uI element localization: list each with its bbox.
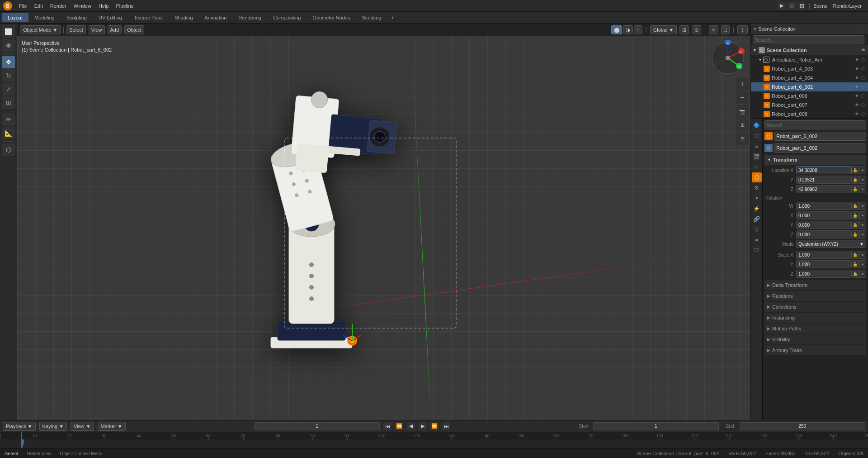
menu-window[interactable]: Window (70, 2, 95, 10)
navigation-gizmo[interactable]: X Y Z (710, 40, 746, 76)
tab-sculpting[interactable]: Sculpting (61, 13, 93, 22)
loc-x-anim[interactable]: ● (859, 166, 866, 174)
menu-render[interactable]: Render (47, 2, 70, 10)
rot-x-lock[interactable]: 🔒 (852, 211, 859, 219)
arm-render-vis-btn[interactable]: ⬡ (860, 57, 866, 63)
outliner-item-3[interactable]: ▽ Robot_part_006 👁⬡ (751, 91, 868, 100)
play-btn[interactable]: ▶ (419, 422, 427, 430)
relations-header[interactable]: ▶ Relations (764, 291, 866, 301)
scale-y-lock[interactable]: 🔒 (852, 260, 859, 268)
render-img-btn[interactable]: 🖼 (797, 2, 806, 10)
obj-name-input[interactable] (774, 132, 866, 141)
obj-vis-2[interactable]: 👁 (854, 84, 860, 90)
motion-paths-header[interactable]: ▶ Motion Paths (764, 324, 866, 334)
snap-btn[interactable]: ⊞ (679, 25, 689, 34)
loc-y-value[interactable]: 0.23521 (796, 176, 852, 184)
outliner-filter-btn[interactable]: ⋮ (860, 26, 865, 32)
shading-solid-btn[interactable]: ⬤ (611, 25, 622, 34)
rotate-tool-btn[interactable]: ↻ (2, 69, 15, 82)
loc-z-anim[interactable]: ● (859, 185, 866, 193)
step-back-btn[interactable]: ⏪ (395, 422, 403, 430)
loc-z-lock[interactable]: 🔒 (852, 185, 859, 193)
view-dropdown[interactable]: View ▼ (71, 422, 94, 431)
obj-vis-4[interactable]: 👁 (854, 102, 860, 108)
tab-layout[interactable]: Layout (2, 13, 28, 22)
armory-traits-header[interactable]: ▶ Armory Traits (764, 345, 866, 355)
tab-modeling[interactable]: Modeling (28, 13, 61, 22)
zoom-out-btn[interactable]: − (736, 91, 749, 104)
obj-sel-3[interactable]: ⬡ (860, 93, 866, 99)
object-menu[interactable]: Object (124, 25, 144, 34)
zoom-in-btn[interactable]: + (736, 78, 749, 91)
tab-rendering[interactable]: Rendering (232, 13, 267, 22)
menu-edit[interactable]: Edit (31, 2, 47, 10)
scale-z-anim[interactable]: ● (859, 270, 866, 278)
menu-help[interactable]: Help (95, 2, 113, 10)
obj-vis-0[interactable]: 👁 (854, 66, 860, 72)
rot-mode-dropdown[interactable]: Quaternion (WXYZ) ▼ (796, 240, 866, 248)
xray-btn[interactable]: □ (721, 25, 730, 34)
play-fwd-btn[interactable]: ⏩ (430, 422, 439, 430)
rot-z-value[interactable]: 0.000 (796, 230, 852, 239)
scene-collection-header[interactable]: ▼ ⬡ Scene Collection 👁 (751, 45, 868, 55)
tab-uv-editing[interactable]: UV Editing (93, 13, 128, 22)
obj-vis-5[interactable]: 👁 (854, 111, 860, 117)
rot-y-lock[interactable]: 🔒 (852, 221, 859, 229)
rot-y-anim[interactable]: ● (859, 221, 866, 229)
proportional-edit-btn[interactable]: ⊙ (692, 25, 701, 34)
mesh-name-input[interactable] (774, 143, 866, 153)
rot-x-value[interactable]: 0.000 (796, 211, 852, 219)
scale-z-lock[interactable]: 🔒 (852, 270, 859, 278)
outliner-item-4[interactable]: ▽ Robot_part_007 👁⬡ (751, 100, 868, 110)
outliner-search-input[interactable] (753, 35, 864, 44)
prop-output-btn[interactable]: ⬡ (752, 131, 762, 141)
delta-transform-header[interactable]: ▶ Delta Transform (764, 280, 866, 290)
play-back-btn[interactable]: ◀ (407, 422, 415, 430)
viewport-settings-btn[interactable]: ⋮ (737, 25, 748, 34)
rot-y-value[interactable]: 0.000 (796, 221, 852, 229)
instancing-header[interactable]: ▶ Instancing (764, 313, 866, 323)
timeline-ruler-area[interactable]: 0102030405060708090100110120130140150160… (0, 432, 868, 448)
select-tool-btn[interactable]: ⬜ (2, 25, 15, 38)
prop-data-btn[interactable]: ▽ (752, 224, 762, 234)
quad-view-btn[interactable]: ⊟ (736, 132, 749, 145)
scene-coll-vis-btn[interactable]: 👁 (860, 47, 866, 53)
prop-material-btn[interactable]: ● (752, 235, 762, 245)
local-view-btn[interactable]: ⊞ (736, 119, 749, 131)
add-menu[interactable]: Add (108, 25, 122, 34)
tab-geo-nodes[interactable]: Geometry Nodes (307, 13, 356, 22)
shading-material-btn[interactable]: ◑ (623, 25, 633, 34)
object-mode-dropdown[interactable]: Object Mode ▼ (20, 25, 61, 34)
obj-sel-0[interactable]: ⬡ (860, 66, 866, 72)
scale-tool-btn[interactable]: ⤢ (2, 83, 15, 95)
tab-scripting[interactable]: Scripting (356, 13, 387, 22)
prop-constraints-btn[interactable]: 🔗 (752, 214, 762, 224)
end-frame-field[interactable]: 250 (740, 422, 865, 430)
loc-x-lock[interactable]: 🔒 (852, 166, 859, 174)
select-menu[interactable]: Select (66, 25, 86, 34)
start-frame-field[interactable]: 1 (593, 422, 719, 430)
prop-physics-btn[interactable]: ⚡ (752, 204, 762, 214)
outliner-item-0[interactable]: ▽ Robot_part_4_003 👁⬡ (751, 64, 868, 73)
rot-z-anim[interactable]: ● (859, 230, 866, 239)
viewport-3d[interactable]: Object Mode ▼ Select View Add Object ⬤ ◑… (17, 24, 750, 420)
scale-y-anim[interactable]: ● (859, 260, 866, 268)
obj-vis-1[interactable]: 👁 (854, 75, 860, 81)
render-anim-btn[interactable]: ▶ (778, 2, 786, 10)
add-workspace-btn[interactable]: + (387, 13, 398, 22)
arm-vis-btn[interactable]: 👁 (854, 57, 860, 63)
measure-tool-btn[interactable]: 📐 (2, 127, 15, 139)
loc-x-value[interactable]: 34.38288 (796, 166, 852, 174)
loc-y-lock[interactable]: 🔒 (852, 176, 859, 184)
obj-sel-1[interactable]: ⬡ (860, 75, 866, 81)
menu-pipeline[interactable]: Pipeline (113, 2, 137, 10)
outliner-item-5[interactable]: ▽ Robot_part_008 👁⬡ (751, 110, 868, 119)
loc-y-anim[interactable]: ● (859, 176, 866, 184)
prop-armory-btn[interactable]: 🛡 (752, 245, 762, 255)
scale-x-anim[interactable]: ● (859, 251, 866, 259)
render-btn[interactable]: 🎥 (788, 2, 796, 10)
scale-x-lock[interactable]: 🔒 (852, 251, 859, 259)
rot-w-value[interactable]: 1.000 (796, 202, 852, 210)
prop-view-layer-btn[interactable]: ≡ (752, 141, 762, 151)
playback-dropdown[interactable]: Playback ▼ (3, 422, 36, 431)
